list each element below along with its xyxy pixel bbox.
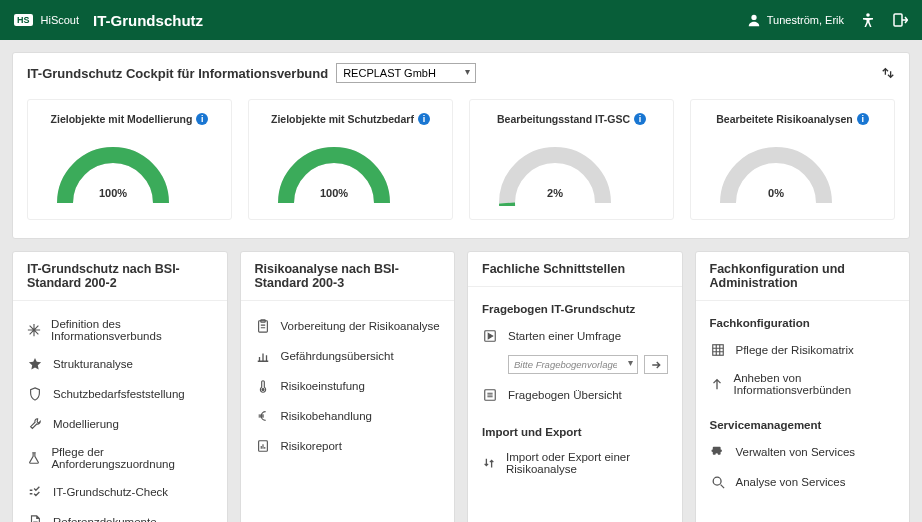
- link-label: Risikoeinstufung: [281, 380, 365, 392]
- search-icon: [710, 474, 726, 490]
- subheading-fragebogen: Fragebogen IT-Grundschutz: [482, 303, 668, 315]
- logout-icon[interactable]: [892, 12, 908, 28]
- info-icon[interactable]: i: [418, 113, 430, 125]
- panel-interfaces: Fachliche Schnittstellen Fragebogen IT-G…: [467, 251, 683, 522]
- nav-link[interactable]: Analyse von Services: [710, 467, 896, 497]
- nav-link[interactable]: Vorbereitung der Risikoanalyse: [255, 311, 441, 341]
- panel-admin: Fachkonfiguration und Administration Fac…: [695, 251, 911, 522]
- cockpit-card: IT-Grundschutz Cockpit für Informationsv…: [12, 52, 910, 239]
- cockpit-header: IT-Grundschutz Cockpit für Informationsv…: [27, 63, 895, 83]
- panel-body: Fachkonfiguration Pflege der Risikomatri…: [696, 301, 910, 513]
- nav-link[interactable]: Referenzdokumente: [27, 507, 213, 522]
- svg-text:2%: 2%: [547, 187, 563, 199]
- nav-link[interactable]: Anheben von Informationsverbünden: [710, 365, 896, 403]
- nav-link[interactable]: Schutzbedarfsfeststellung: [27, 379, 213, 409]
- svg-rect-13: [712, 345, 723, 356]
- gauge-label: Bearbeitungsstand IT-GSCi: [497, 113, 646, 125]
- link-label: Vorbereitung der Risikoanalyse: [281, 320, 440, 332]
- header-right: Tuneström, Erik: [746, 12, 908, 28]
- subheading-fachkonfig: Fachkonfiguration: [710, 317, 896, 329]
- nav-link[interactable]: Modellierung: [27, 409, 213, 439]
- svg-text:100%: 100%: [320, 187, 348, 199]
- nav-link[interactable]: Gefährdungsübersicht: [255, 341, 441, 371]
- up-icon: [710, 376, 724, 392]
- accessibility-icon[interactable]: [860, 12, 876, 28]
- panel-title: Fachliche Schnittstellen: [468, 252, 682, 287]
- flask-icon: [27, 450, 41, 466]
- panel-title: IT-Grundschutz nach BSI-Standard 200-2: [13, 252, 227, 301]
- list-icon: [482, 387, 498, 403]
- link-label: Pflege der Risikomatrix: [736, 344, 854, 356]
- svg-text:0%: 0%: [768, 187, 784, 199]
- start-survey-link[interactable]: Starten einer Umfrage: [482, 321, 668, 351]
- user-icon: [746, 12, 762, 28]
- svg-text:100%: 100%: [99, 187, 127, 199]
- survey-template-select[interactable]: Bitte Fragebogenvorlage wählen: [508, 355, 638, 374]
- svg-point-14: [713, 477, 721, 485]
- cockpit-title: IT-Grundschutz Cockpit für Informationsv…: [27, 66, 328, 81]
- link-label: Anheben von Informationsverbünden: [734, 372, 896, 396]
- svg-point-0: [751, 15, 756, 20]
- gauges-row: Zielobjekte mit Modellierungi100%Zielobj…: [27, 99, 895, 220]
- panel-title: Fachkonfiguration und Administration: [696, 252, 910, 301]
- panel-bsi-200-2: IT-Grundschutz nach BSI-Standard 200-2 D…: [12, 251, 228, 522]
- euro-icon: [255, 408, 271, 424]
- page-title: IT-Grundschutz: [93, 12, 203, 29]
- info-icon[interactable]: i: [634, 113, 646, 125]
- link-label: Definition des Informationsverbunds: [51, 318, 212, 342]
- link-label: Risikoreport: [281, 440, 342, 452]
- org-select-wrap: RECPLAST GmbH: [336, 63, 476, 83]
- play-icon: [482, 328, 498, 344]
- nav-link[interactable]: Pflege der Anforderungszuordnung: [27, 439, 213, 477]
- import-export-link[interactable]: Import oder Export einer Risikoanalyse: [482, 444, 668, 482]
- nav-link[interactable]: Strukturanalyse: [27, 349, 213, 379]
- gauge-card: Zielobjekte mit Modellierungi100%: [27, 99, 232, 220]
- grid-icon: [710, 342, 726, 358]
- app-header: HS HiScout IT-Grundschutz Tuneström, Eri…: [0, 0, 922, 40]
- user-name: Tuneström, Erik: [767, 14, 844, 26]
- check-icon: [27, 484, 43, 500]
- survey-select-row: Bitte Fragebogenvorlage wählen: [508, 355, 668, 374]
- info-icon[interactable]: i: [196, 113, 208, 125]
- info-icon[interactable]: i: [857, 113, 869, 125]
- link-label: Risikobehandlung: [281, 410, 372, 422]
- gauge-label: Bearbeitete Risikoanalyseni: [716, 113, 869, 125]
- header-left: HS HiScout IT-Grundschutz: [14, 12, 203, 29]
- doc-icon: [27, 514, 43, 522]
- nav-link[interactable]: IT-Grundschutz-Check: [27, 477, 213, 507]
- link-label: Starten einer Umfrage: [508, 330, 621, 342]
- link-label: Modellierung: [53, 418, 119, 430]
- chart-icon: [255, 348, 271, 364]
- snowflake-icon: [27, 322, 41, 338]
- org-select[interactable]: RECPLAST GmbH: [336, 63, 476, 83]
- link-label: Pflege der Anforderungszuordnung: [51, 446, 212, 470]
- gauge-card: Zielobjekte mit Schutzbedarfi100%: [248, 99, 453, 220]
- puzzle-icon: [710, 444, 726, 460]
- user-menu[interactable]: Tuneström, Erik: [746, 12, 844, 28]
- nav-link[interactable]: Verwalten von Services: [710, 437, 896, 467]
- svg-point-1: [866, 13, 870, 17]
- gauge-card: Bearbeitungsstand IT-GSCi2%: [469, 99, 674, 220]
- refresh-button[interactable]: [881, 66, 895, 80]
- link-label: Import oder Export einer Risikoanalyse: [506, 451, 668, 475]
- nav-link[interactable]: Risikobehandlung: [255, 401, 441, 431]
- nav-link[interactable]: Definition des Informationsverbunds: [27, 311, 213, 349]
- survey-template-select-wrap: Bitte Fragebogenvorlage wählen: [508, 355, 638, 374]
- cockpit-title-row: IT-Grundschutz Cockpit für Informationsv…: [27, 63, 476, 83]
- thermo-icon: [255, 378, 271, 394]
- logo-badge: HS: [14, 14, 33, 26]
- svg-point-9: [261, 388, 263, 390]
- link-label: Gefährdungsübersicht: [281, 350, 394, 362]
- go-button[interactable]: [644, 355, 668, 374]
- nav-link[interactable]: Pflege der Risikomatrix: [710, 335, 896, 365]
- nav-link[interactable]: Risikoreport: [255, 431, 441, 461]
- gauge-label: Zielobjekte mit Schutzbedarfi: [271, 113, 430, 125]
- survey-overview-link[interactable]: Fragebogen Übersicht: [482, 380, 668, 410]
- clipboard-icon: [255, 318, 271, 334]
- transfer-icon: [482, 455, 496, 471]
- nav-link[interactable]: Risikoeinstufung: [255, 371, 441, 401]
- panel-body: Fragebogen IT-Grundschutz Starten einer …: [468, 287, 682, 498]
- brand-name: HiScout: [41, 14, 80, 26]
- shield-icon: [27, 386, 43, 402]
- panel-body: Vorbereitung der RisikoanalyseGefährdung…: [241, 301, 455, 477]
